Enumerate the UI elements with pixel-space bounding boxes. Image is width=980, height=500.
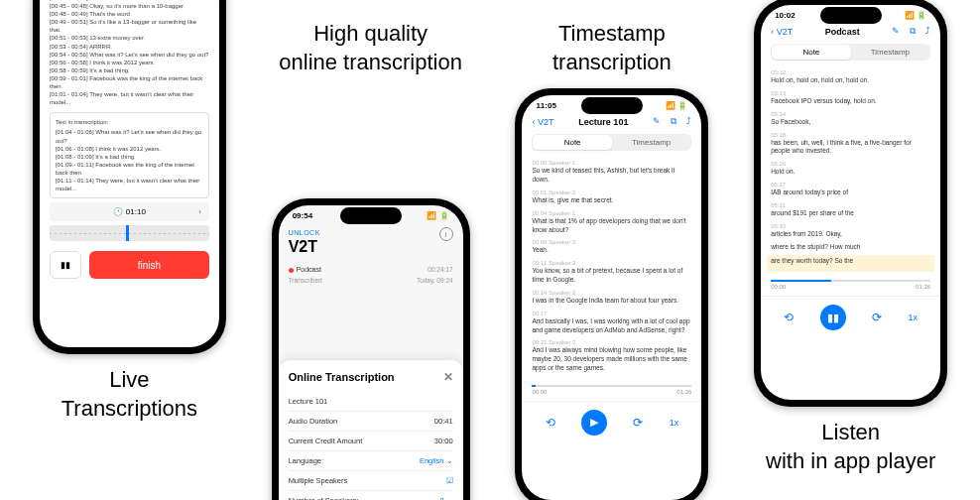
rewind-icon[interactable]: ⟲ [546,416,555,430]
panel-online-transcription: High qualityonline transcription 09:54 📶… [272,20,470,480]
transcript-log: [00:44 - 00:45] So what are we at now?[0… [40,0,219,106]
tab-note[interactable]: Note [533,135,612,150]
forward-icon[interactable]: ⟳ [872,311,882,324]
panel-caption: Timestamptranscription [552,20,672,76]
progress-start: 00:00 [532,389,547,395]
transcript-body: 00:00 Speaker 1So we kind of teased this… [522,155,701,380]
close-icon[interactable]: ✕ [443,370,453,384]
panel-timestamp-transcription: Timestamptranscription 11:05 📶 🔋 ‹ V2T L… [515,20,708,480]
unlock-link[interactable]: UNLOCK [289,229,453,236]
panel-in-app-player: 10:02 📶 🔋 ‹ V2T Podcast ✎ ⧉ ⤴ Note Times… [754,20,947,480]
transcript-body: 05:12Hold on, hold on, hold on, hold on.… [761,64,940,276]
status-time: 11:05 [536,101,555,110]
transcription-sheet: Online Transcription ✕ Lecture 101Audio … [279,360,463,500]
tab-timestamp[interactable]: Timestamp [851,45,930,60]
progress-bar[interactable] [532,385,691,387]
status-time: 09:54 [293,211,312,220]
progress-end: 01:26 [676,389,691,395]
sheet-row[interactable]: Current Credit Amount30:00 [289,432,453,451]
nav-actions: ✎ ⧉ ⤴ [653,116,691,127]
file-name: Podcast [297,266,321,273]
edit-icon[interactable]: ✎ [653,116,661,127]
phone-frame: 09:54 📶 🔋 i UNLOCK V2T Podcast 00:24:17 … [272,198,470,500]
nav-bar: ‹ V2T Podcast ✎ ⧉ ⤴ [761,23,940,40]
chevron-right-icon: › [198,207,201,216]
speed-toggle[interactable]: 1x [670,418,679,428]
nav-bar: ‹ V2T Lecture 101 ✎ ⧉ ⤴ [522,113,701,130]
speed-toggle[interactable]: 1x [908,312,918,322]
pause-button[interactable]: ▮▮ [820,305,846,330]
file-duration: 00:24:17 [428,266,452,273]
in-progress-box: Text in transcription: [01:04 - 01:06] W… [50,112,209,198]
share-icon[interactable]: ⤴ [686,116,691,127]
panel-live-transcriptions: Untitled Default [00:44 - 00:45] So what… [33,20,226,480]
phone-screen: Untitled Default [00:44 - 00:45] So what… [40,0,219,347]
panel-caption: Listenwith in app player [766,419,935,475]
rewind-icon[interactable]: ⟲ [784,311,794,324]
app-name: V2T [289,238,453,256]
status-icons: 📶 🔋 [666,101,687,110]
file-row[interactable]: Podcast 00:24:17 [289,262,453,277]
progress-start: 00:00 [771,284,786,290]
sheet-title: Online Transcription [289,371,395,383]
phone-frame: 11:05 📶 🔋 ‹ V2T Lecture 101 ✎ ⧉ ⤴ Note T… [515,88,708,500]
sheet-row[interactable]: Number of Speakers:2 ⌄ [289,491,453,500]
copy-icon[interactable]: ⧉ [671,116,676,127]
sheet-row[interactable]: Audio Duration00:41 [289,412,453,432]
tab-note[interactable]: Note [772,45,851,60]
file-date: Today, 09:24 [417,277,453,284]
status-icons: 📶 🔋 [905,11,926,20]
play-button[interactable]: ▶ [581,410,607,436]
audio-player: ⟲ ▮▮ ⟳ 1x [761,296,940,344]
timer-value: 01:10 [126,207,146,216]
back-button[interactable]: ‹ V2T [771,27,793,37]
phone-frame: 10:02 📶 🔋 ‹ V2T Podcast ✎ ⧉ ⤴ Note Times… [754,0,947,407]
status-dot-icon [289,268,294,273]
progress-end: 01:26 [916,284,930,290]
phone-screen: 10:02 📶 🔋 ‹ V2T Podcast ✎ ⧉ ⤴ Note Times… [761,5,940,400]
status-icons: 📶 🔋 [427,211,448,220]
share-icon[interactable]: ⤴ [925,26,930,37]
phone-screen: 11:05 📶 🔋 ‹ V2T Lecture 101 ✎ ⧉ ⤴ Note T… [522,95,701,500]
help-icon[interactable]: i [439,227,453,241]
nav-title: Lecture 101 [578,117,628,127]
recording-controls: ▮▮ finish [40,245,219,289]
panel-caption: High qualityonline transcription [279,20,462,76]
sheet-row[interactable]: Lecture 101 [289,392,453,412]
phone-notch [340,207,402,224]
pause-button[interactable]: ▮▮ [50,251,81,279]
sheet-row[interactable]: Multiple Speakers☑ [289,471,453,491]
nav-actions: ✎ ⧉ ⤴ [892,26,930,37]
tab-timestamp[interactable]: Timestamp [612,135,691,150]
audio-scrubber[interactable] [50,225,209,241]
phone-notch [820,7,882,24]
sheet-row[interactable]: Language:English ⌄ [289,451,453,471]
forward-icon[interactable]: ⟳ [633,416,643,430]
status-time: 10:02 [775,11,795,20]
panel-caption: LiveTranscriptions [61,366,197,423]
phone-notch [581,97,643,114]
tab-segmented-control[interactable]: Note Timestamp [771,44,930,61]
audio-player: ⟲ ▶ ⟳ 1x [522,401,701,449]
edit-icon[interactable]: ✎ [892,26,900,37]
progress-bar[interactable] [771,280,930,282]
file-sub: Transcribed [289,277,322,284]
nav-title: Podcast [825,27,860,37]
box-title: Text in transcription: [56,118,203,126]
phone-screen: 09:54 📶 🔋 i UNLOCK V2T Podcast 00:24:17 … [279,205,463,500]
phone-frame: Untitled Default [00:44 - 00:45] So what… [33,0,226,354]
timer-bar[interactable]: 🕐01:10 › [50,202,209,221]
finish-button[interactable]: finish [89,251,209,279]
copy-icon[interactable]: ⧉ [910,26,916,37]
tab-segmented-control[interactable]: Note Timestamp [532,134,691,151]
back-button[interactable]: ‹ V2T [532,117,553,127]
